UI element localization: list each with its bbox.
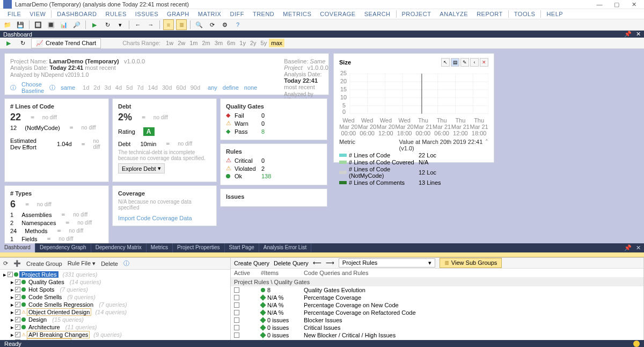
menu-issues[interactable]: ISSUES [131, 9, 163, 19]
bottom-pin-icon[interactable]: 📌 [624, 244, 632, 251]
chart-close-icon[interactable]: ✕ [480, 58, 488, 67]
menu-file[interactable]: FILE [3, 9, 25, 19]
period-14d[interactable]: 14d [148, 84, 158, 91]
period-60d[interactable]: 60d [176, 84, 186, 91]
range-1w[interactable]: 1w [164, 39, 175, 47]
menu-tools[interactable]: TOOLS [510, 9, 540, 19]
import-coverage-link[interactable]: Import Code Coverage Data [118, 215, 192, 221]
tree-item[interactable]: ▸Quality Gates (14 queries) [2, 278, 228, 286]
range-1y[interactable]: 1y [237, 39, 248, 47]
refresh-icon[interactable]: ⟳ [207, 19, 217, 30]
tree-item[interactable]: ▸Code Smells Regression (7 queries) [2, 301, 228, 308]
nav-fwd-icon[interactable]: ⟶ [326, 259, 334, 266]
query-row[interactable]: 0 issuesNew Blocker / Critical / High Is… [231, 331, 643, 339]
menu-trend[interactable]: TREND [248, 9, 279, 19]
query-row[interactable]: 0 issuesBlocker Issues [231, 316, 643, 324]
menu-coverage[interactable]: COVERAGE [316, 9, 360, 19]
period-3d[interactable]: 3d [105, 84, 111, 91]
baseline-none[interactable]: none [244, 84, 257, 91]
tab-analysis-error-list[interactable]: Analysis Error List [259, 243, 312, 252]
delete-query-button[interactable]: Delete Query [274, 260, 309, 266]
menu-matrix[interactable]: MATRIX [194, 9, 226, 19]
query-row[interactable]: N/A %Percentage Coverage on Refactored C… [231, 309, 643, 316]
panel-close-icon[interactable]: ✕ [636, 31, 641, 38]
tree-item[interactable]: ▸⚠Object Oriented Design (14 queries) [2, 308, 228, 316]
query-row[interactable]: 0 issuesCritical Issues [231, 324, 643, 331]
range-1m[interactable]: 1m [187, 39, 200, 47]
run-icon[interactable]: ▶ [89, 19, 100, 30]
back-icon[interactable]: ← [133, 19, 143, 30]
range-2m[interactable]: 2m [200, 39, 213, 47]
range-max[interactable]: max [269, 39, 284, 47]
tool-icon-8[interactable]: ▾ [115, 19, 126, 30]
tab-dependency-matrix[interactable]: Dependency Matrix [91, 243, 147, 252]
tool-icon-9[interactable]: ≡ [163, 19, 174, 30]
tool-icon-7[interactable]: ↻ [102, 19, 113, 30]
period-5d[interactable]: 5d [126, 84, 133, 91]
tree-item[interactable]: ▸Project Rules (331 queries) [2, 271, 228, 278]
gear-icon[interactable]: ⚙ [219, 19, 230, 30]
range-3m[interactable]: 3m [213, 39, 225, 47]
tool-icon-2[interactable]: 💾 [15, 19, 26, 30]
toolbar-plus-icon[interactable]: ➕ [13, 260, 21, 267]
maximize-button[interactable]: ▢ [613, 1, 620, 8]
period-90d[interactable]: 90d [191, 84, 200, 91]
menu-report[interactable]: REPORT [472, 9, 507, 19]
range-2w[interactable]: 2w [175, 39, 187, 47]
info-icon[interactable]: ⓘ [123, 259, 129, 268]
tree-item[interactable]: ▸Code Smells (9 queries) [2, 293, 228, 301]
group-combo[interactable]: Project Rules▾ [339, 258, 435, 268]
tab-dependency-graph[interactable]: Dependency Graph [35, 243, 91, 252]
nav-back-icon[interactable]: ⟵ [313, 259, 321, 266]
create-trend-chart-button[interactable]: 📈Create Trend Chart [31, 38, 101, 48]
period-2d[interactable]: 2d [93, 84, 100, 91]
choose-baseline-link[interactable]: Choose Baseline [21, 81, 44, 94]
rules-tree[interactable]: ▸Project Rules (331 queries)▸Quality Gat… [0, 270, 230, 340]
menu-rules[interactable]: RULES [101, 9, 131, 19]
tool-icon-4[interactable]: 🔳 [46, 19, 56, 30]
tree-item[interactable]: ▸Design (15 queries) [2, 316, 228, 323]
baseline-any[interactable]: any [208, 84, 217, 91]
tool-icon-1[interactable]: 📁 [2, 19, 13, 30]
tree-item[interactable]: ▸Architecture (11 queries) [2, 323, 228, 331]
forward-icon[interactable]: → [145, 19, 156, 30]
menu-metrics[interactable]: METRICS [279, 9, 316, 19]
menu-diff[interactable]: DIFF [225, 9, 248, 19]
chart-mode-icon[interactable]: ▤ [451, 58, 459, 67]
panel-pin-icon[interactable]: 📌 [624, 31, 632, 38]
query-row[interactable]: N/A %Percentage Coverage on New Code [231, 301, 643, 309]
run-dashboard-icon[interactable]: ▶ [3, 38, 14, 48]
tab-dashboard[interactable]: Dashboard [0, 243, 35, 252]
menu-analyze[interactable]: ANALYZE [435, 9, 472, 19]
create-group-button[interactable]: Create Group [26, 261, 62, 267]
minimize-button[interactable]: — [596, 1, 603, 8]
menu-view[interactable]: VIEW [25, 9, 50, 19]
queries-list[interactable]: 8Quality Gates EvolutionN/A %Percentage … [231, 286, 643, 340]
reload-dashboard-icon[interactable]: ↻ [17, 38, 28, 48]
tool-icon-6[interactable]: 🔎 [71, 19, 82, 30]
bottom-close-icon[interactable]: ✕ [636, 244, 641, 251]
create-query-button[interactable]: Create Query [234, 260, 269, 266]
toolbar-refresh-icon[interactable]: ⟳ [3, 260, 8, 267]
menu-search[interactable]: SEARCH [360, 9, 395, 19]
rule-file-button[interactable]: Rule File ▾ [68, 260, 96, 267]
baseline-define[interactable]: define [223, 84, 239, 91]
period-4d[interactable]: 4d [115, 84, 122, 91]
period-1d[interactable]: 1d [83, 84, 89, 91]
tool-icon-3[interactable]: 🔲 [33, 19, 43, 30]
explore-debt-button[interactable]: Explore Debt▾ [118, 163, 165, 174]
view-sub-groups-button[interactable]: ≣View Sub Groups [440, 258, 502, 268]
cursor-icon[interactable]: ↖ [441, 58, 450, 67]
range-6m[interactable]: 6m [225, 39, 237, 47]
tab-start-page[interactable]: Start Page [225, 243, 259, 252]
edit-icon[interactable]: ✎ [460, 58, 469, 67]
tree-item[interactable]: ▸Hot Spots (7 queries) [2, 286, 228, 293]
query-row[interactable]: N/A %Percentage Coverage [231, 294, 643, 301]
period-30d[interactable]: 30d [162, 84, 172, 91]
close-button[interactable]: ✕ [630, 1, 638, 8]
search-icon[interactable]: 🔍 [194, 19, 204, 30]
delete-button[interactable]: Delete [101, 261, 118, 267]
same-baseline-link[interactable]: same [61, 84, 75, 91]
help-icon[interactable]: ? [232, 19, 243, 30]
period-7d[interactable]: 7d [137, 84, 143, 91]
